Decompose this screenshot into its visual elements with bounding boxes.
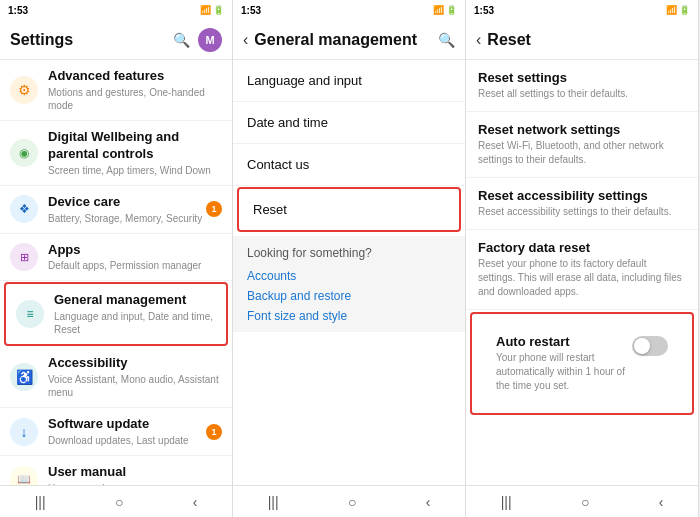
settings-header: Settings 🔍 M (0, 20, 232, 60)
nav-menu-btn-3[interactable]: ||| (501, 494, 512, 510)
settings-item-software-update[interactable]: ↓ Software update Download updates, Last… (0, 408, 232, 456)
reset-accessibility-subtitle: Reset accessibility settings to their de… (478, 205, 686, 219)
nav-back-btn-3[interactable]: ‹ (659, 494, 664, 510)
user-manual-icon: 📖 (10, 466, 38, 485)
settings-item-accessibility[interactable]: ♿ Accessibility Voice Assistant, Mono au… (0, 347, 232, 408)
nav-home-btn-2[interactable]: ○ (348, 494, 356, 510)
advanced-features-subtitle: Motions and gestures, One-handed mode (48, 86, 222, 112)
advanced-features-title: Advanced features (48, 68, 222, 85)
factory-reset-title: Factory data reset (478, 240, 686, 255)
search-icon[interactable]: 🔍 (173, 32, 190, 48)
reset-title: Reset (487, 31, 688, 49)
gm-accounts-link[interactable]: Accounts (247, 266, 451, 286)
reset-list: Reset settings Reset all settings to the… (466, 60, 698, 485)
gm-list: Language and input Date and time Contact… (233, 60, 465, 485)
settings-item-user-manual[interactable]: 📖 User manual User manual (0, 456, 232, 485)
avatar[interactable]: M (198, 28, 222, 52)
nav-home-btn-3[interactable]: ○ (581, 494, 589, 510)
gm-backup-link[interactable]: Backup and restore (247, 286, 451, 306)
reset-accessibility-item[interactable]: Reset accessibility settings Reset acces… (466, 178, 698, 230)
reset-settings-title: Reset settings (478, 70, 686, 85)
settings-header-icons: 🔍 M (173, 28, 222, 52)
software-update-badge: 1 (206, 424, 222, 440)
device-care-title: Device care (48, 194, 206, 211)
gm-looking-section: Looking for something? Accounts Backup a… (233, 236, 465, 332)
gm-search-icon[interactable]: 🔍 (438, 32, 455, 48)
reset-settings-subtitle: Reset all settings to their defaults. (478, 87, 686, 101)
gm-title: General management (254, 31, 438, 49)
auto-restart-toggle[interactable] (632, 336, 668, 356)
bottom-nav-2: ||| ○ ‹ (233, 485, 465, 517)
gm-font-link[interactable]: Font size and style (247, 306, 451, 326)
gm-reset[interactable]: Reset (237, 187, 461, 232)
nav-back-btn-2[interactable]: ‹ (426, 494, 431, 510)
digital-wellbeing-subtitle: Screen time, App timers, Wind Down (48, 164, 222, 177)
time-1: 1:53 (8, 5, 28, 16)
settings-title: Settings (10, 31, 173, 49)
settings-panel: 1:53 📶 🔋 Settings 🔍 M ⚙ Advanced feature… (0, 0, 233, 517)
status-bar-3: 1:53 📶 🔋 (466, 0, 698, 20)
auto-restart-toggle-row: Auto restart Your phone will restart aut… (484, 324, 680, 403)
status-bar-2: 1:53 📶 🔋 (233, 0, 465, 20)
nav-menu-btn-2[interactable]: ||| (268, 494, 279, 510)
general-management-subtitle: Language and input, Date and time, Reset (54, 310, 216, 336)
settings-list: ⚙ Advanced features Motions and gestures… (0, 60, 232, 485)
nav-home-btn-1[interactable]: ○ (115, 494, 123, 510)
time-3: 1:53 (474, 5, 494, 16)
bottom-nav-3: ||| ○ ‹ (466, 485, 698, 517)
nav-menu-btn-1[interactable]: ||| (35, 494, 46, 510)
general-management-title: General management (54, 292, 216, 309)
device-care-badge: 1 (206, 201, 222, 217)
user-manual-subtitle: User manual (48, 482, 222, 485)
status-icons-2: 📶 🔋 (433, 5, 457, 15)
user-manual-title: User manual (48, 464, 222, 481)
reset-network-title: Reset network settings (478, 122, 686, 137)
factory-reset-subtitle: Reset your phone to its factory default … (478, 257, 686, 299)
gm-date-time[interactable]: Date and time (233, 102, 465, 144)
general-management-icon: ≡ (16, 300, 44, 328)
status-icons-3: 📶 🔋 (666, 5, 690, 15)
accessibility-icon: ♿ (10, 363, 38, 391)
auto-restart-subtitle: Your phone will restart automatically wi… (496, 351, 632, 393)
digital-wellbeing-icon: ◉ (10, 139, 38, 167)
general-management-panel: 1:53 📶 🔋 ‹ General management 🔍 Language… (233, 0, 466, 517)
reset-network-subtitle: Reset Wi-Fi, Bluetooth, and other networ… (478, 139, 686, 167)
nav-back-btn-1[interactable]: ‹ (193, 494, 198, 510)
reset-back-button[interactable]: ‹ (476, 31, 481, 49)
software-update-title: Software update (48, 416, 206, 433)
digital-wellbeing-title: Digital Wellbeing and parental controls (48, 129, 222, 163)
apps-icon: ⊞ (10, 243, 38, 271)
settings-item-device-care[interactable]: ❖ Device care Battery, Storage, Memory, … (0, 186, 232, 234)
settings-item-general-management[interactable]: ≡ General management Language and input,… (4, 282, 228, 346)
gm-back-button[interactable]: ‹ (243, 31, 248, 49)
reset-settings-item[interactable]: Reset settings Reset all settings to the… (466, 60, 698, 112)
apps-title: Apps (48, 242, 222, 259)
software-update-icon: ↓ (10, 418, 38, 446)
reset-header: ‹ Reset (466, 20, 698, 60)
time-2: 1:53 (241, 5, 261, 16)
accessibility-subtitle: Voice Assistant, Mono audio, Assistant m… (48, 373, 222, 399)
apps-subtitle: Default apps, Permission manager (48, 259, 222, 272)
settings-item-advanced-features[interactable]: ⚙ Advanced features Motions and gestures… (0, 60, 232, 121)
software-update-subtitle: Download updates, Last update (48, 434, 206, 447)
settings-item-digital-wellbeing[interactable]: ◉ Digital Wellbeing and parental control… (0, 121, 232, 186)
advanced-features-icon: ⚙ (10, 76, 38, 104)
gm-language-input[interactable]: Language and input (233, 60, 465, 102)
reset-network-item[interactable]: Reset network settings Reset Wi-Fi, Blue… (466, 112, 698, 178)
auto-restart-title: Auto restart (496, 334, 632, 349)
factory-reset-item[interactable]: Factory data reset Reset your phone to i… (466, 230, 698, 310)
device-care-subtitle: Battery, Storage, Memory, Security (48, 212, 206, 225)
gm-looking-title: Looking for something? (247, 246, 451, 260)
reset-accessibility-title: Reset accessibility settings (478, 188, 686, 203)
status-icons-1: 📶 🔋 (200, 5, 224, 15)
status-bar-1: 1:53 📶 🔋 (0, 0, 232, 20)
bottom-nav-1: ||| ○ ‹ (0, 485, 232, 517)
auto-restart-item[interactable]: Auto restart Your phone will restart aut… (470, 312, 694, 415)
settings-item-apps[interactable]: ⊞ Apps Default apps, Permission manager (0, 234, 232, 282)
gm-header: ‹ General management 🔍 (233, 20, 465, 60)
device-care-icon: ❖ (10, 195, 38, 223)
accessibility-title: Accessibility (48, 355, 222, 372)
reset-panel: 1:53 📶 🔋 ‹ Reset Reset settings Reset al… (466, 0, 699, 517)
gm-contact-us[interactable]: Contact us (233, 144, 465, 186)
